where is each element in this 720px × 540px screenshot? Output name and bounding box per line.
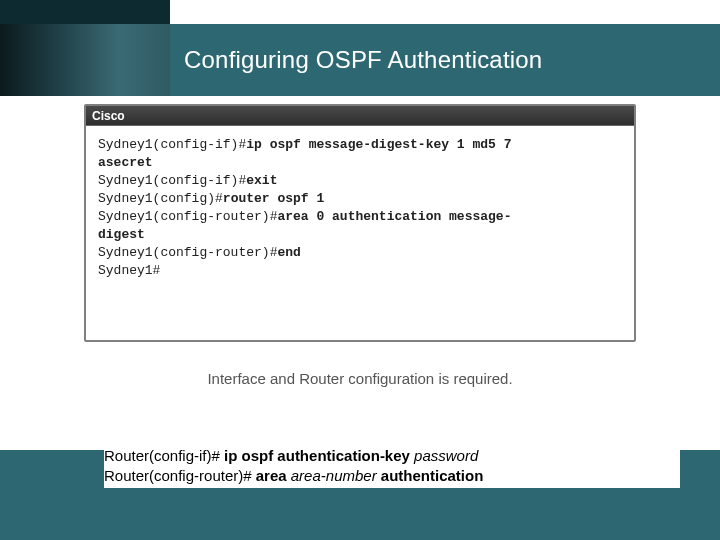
main-content: Cisco Sydney1(config-if)#ip ospf message… [0, 96, 720, 387]
terminal-line: Sydney1(config-if)#ip ospf message-diges… [98, 136, 622, 154]
cmd2-keyword-a: area [256, 467, 287, 484]
terminal-line: Sydney1(config-router)#end [98, 244, 622, 262]
page-title: Configuring OSPF Authentication [184, 46, 542, 74]
terminal-line: Sydney1(config-router)#area 0 authentica… [98, 208, 622, 226]
terminal-line: Sydney1# [98, 262, 622, 280]
cmd2-prefix: Router(config-router)# [104, 467, 256, 484]
terminal-body: Sydney1(config-if)#ip ospf message-diges… [86, 126, 634, 340]
terminal-window: Cisco Sydney1(config-if)#ip ospf message… [84, 104, 636, 342]
command-syntax: Router(config-if)# ip ospf authenticatio… [104, 444, 680, 488]
cmd2-arg-a: area-number [287, 467, 381, 484]
terminal-line: asecret [98, 154, 622, 172]
cmd1-arg: password [410, 447, 478, 464]
command-line-2: Router(config-router)# area area-number … [104, 466, 680, 486]
terminal-titlebar: Cisco [86, 106, 634, 126]
subcaption: Interface and Router configuration is re… [84, 370, 636, 387]
terminal-line: Sydney1(config-if)#exit [98, 172, 622, 190]
cmd2-keyword-b: authentication [381, 467, 484, 484]
header-left-image [0, 0, 170, 96]
cmd1-keyword: ip ospf authentication-key [224, 447, 410, 464]
header-left-topband [0, 0, 170, 24]
cmd1-prefix: Router(config-if)# [104, 447, 224, 464]
terminal-brand: Cisco [92, 109, 125, 123]
slide-header: Configuring OSPF Authentication [0, 0, 720, 96]
command-line-1: Router(config-if)# ip ospf authenticatio… [104, 446, 680, 466]
title-strip: Configuring OSPF Authentication [170, 24, 720, 96]
terminal-line: digest [98, 226, 622, 244]
terminal-line: Sydney1(config)#router ospf 1 [98, 190, 622, 208]
